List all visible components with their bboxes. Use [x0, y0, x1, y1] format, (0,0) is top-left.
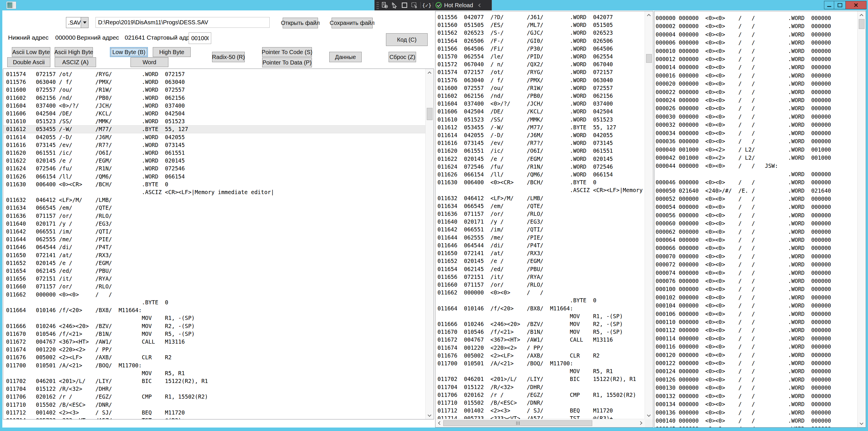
data-row-line[interactable]: 011656 072151 /it/ /RYA/	[435, 273, 645, 281]
word-button[interactable]: Word	[130, 57, 168, 67]
data-row-line[interactable]: 000020 000000 <0><0> / / .WORD 000000	[654, 80, 858, 88]
data-row-line[interactable]: 011674 001220 <220><2> / PP/	[435, 344, 645, 352]
data-row-line[interactable]: 011556 042077 /?D/ /J61/ .WORD 042077	[435, 13, 645, 21]
reset-button[interactable]: Сброс (Z)	[389, 52, 416, 62]
pointer-to-code-button[interactable]: Pointer To Code (S)	[262, 47, 312, 57]
data-row-line[interactable]: 011614 042055 /-D/ /J6M/ .WORD 042055	[3, 133, 426, 141]
data-row-line[interactable]: 000116 000000 <0><0> / / .WORD 000000	[654, 342, 858, 350]
data-row-line[interactable]: 000014 000000 <0><0> / / .WORD 000000	[654, 63, 858, 71]
data-row-line[interactable]: 011642 066551 /im/ /QTI/	[3, 228, 426, 236]
data-row-line[interactable]: 000044 000000 <0><0> / / JSW:	[654, 162, 858, 170]
data-row-line[interactable]: 011652 020145 /e / /EGM/	[435, 257, 645, 265]
scrollbar-thumb[interactable]	[646, 54, 652, 63]
data-row-line[interactable]: 011712 001402 <2><3> / SJ/ BEQ M11720	[3, 409, 426, 417]
toolbar-grip-icon[interactable]	[376, 1, 379, 9]
data-row-line[interactable]: 011606 042504 /DE/ /KCL/ .WORD 042504	[435, 107, 645, 115]
data-row-line[interactable]: 000102 000000 <0><0> / / .WORD 000000	[654, 293, 858, 301]
data-row-line[interactable]: 011700 010501 /A/<21> /BOQ/ M11700:	[435, 360, 645, 367]
data-row-line[interactable]: 000000 000000 <0><0> / / .WORD 000000	[654, 14, 858, 22]
frame-box-icon[interactable]	[401, 1, 408, 9]
data-row-line[interactable]: 011602 062156 /nd/ /PB0/ .WORD 062156	[3, 94, 426, 102]
data-row-line[interactable]: 011614 042055 /-D/ /J6M/ .WORD 042055	[435, 131, 645, 139]
left-vertical-scrollbar[interactable]	[425, 69, 434, 419]
data-row-line[interactable]: 000032 000000 <0><0> / / .WORD 000000	[654, 121, 858, 129]
data-row-line[interactable]: 000036 000000 <0><0> / / .WORD 000000	[654, 137, 858, 145]
ascii-high-byte-button[interactable]: Ascii High Byte	[55, 47, 93, 57]
middle-vertical-scrollbar[interactable]	[645, 11, 653, 419]
asciz-button[interactable]: ASCIZ (A)	[55, 57, 96, 67]
data-row-line[interactable]: 000024 000000 <0><0> / / .WORD 000000	[654, 96, 858, 104]
data-row-line[interactable]: 011650 072141 /at/ /RX3/	[435, 249, 645, 257]
data-row-line[interactable]: 000046 000000 <0><0> / / .WORD 000000	[654, 178, 858, 186]
middle-horizontal-scrollbar[interactable]	[435, 419, 645, 427]
scrollbar-thumb[interactable]	[859, 19, 865, 29]
ascii-low-byte-button[interactable]: Ascii Low Byte	[12, 47, 50, 57]
data-row-line[interactable]: 011632 046412 <LF>/M/ /LMB/	[435, 194, 645, 202]
data-row-line[interactable]: 011676 005002 <2><LF> /AXB/ CLR R2	[435, 352, 645, 360]
collapse-chevron-icon[interactable]	[478, 3, 482, 7]
data-row-line[interactable]: 000002 000000 <0><0> / / .WORD 000000	[654, 22, 858, 30]
data-row-line[interactable]: 011604 037400 <0>/?/ /JCH/ .WORD 037400	[435, 100, 645, 107]
data-row-line[interactable]: 011626 066154 /ll/ /QM6/ .WORD 066154	[435, 171, 645, 179]
data-row-line[interactable]: MOV R1, -(SP)	[3, 314, 426, 322]
data-row-line[interactable]: 011634 066545 /em/ /QTE/	[435, 202, 645, 210]
data-row-line[interactable]: 000010 000000 <0><0> / / .WORD 000000	[654, 47, 858, 55]
data-row-line[interactable]: 000006 000000 <0><0> / / .WORD 000000	[654, 38, 858, 47]
data-row-line[interactable]: 000130 000000 <0><0> / / .WORD 000000	[654, 383, 858, 392]
data-row-line[interactable]: 000054 000000 <0><0> / / .WORD 000000	[654, 203, 858, 211]
data-row-line[interactable]: 011612 053455 /-W/ /M77/ .BYTE 55, 127	[435, 124, 645, 131]
data-row-line[interactable]: 011704 015122 /R/<32> /DHR/	[3, 385, 426, 393]
data-row-line[interactable]: 011702 046201 <201>/L/ /LIY/ BIC 15122(R…	[435, 375, 645, 383]
save-file-button[interactable]: Сохранить файл	[332, 18, 373, 28]
data-row-line[interactable]: 011604 037400 <0>/?/ /JCH/ .WORD 037400	[3, 102, 426, 110]
data-row-line[interactable]: 011644 062555 /me/ /PIE/	[435, 234, 645, 242]
data-row-line[interactable]: 011706 020162 /r / /EGZ/ CMP R1, 15502(R…	[3, 393, 426, 401]
data-row-line[interactable]: 011652 020145 /e / /EGM/	[3, 259, 426, 267]
data-row-line[interactable]: 011712 001402 <2><3> / SJ/ BEQ M11720	[435, 407, 645, 414]
data-row-line[interactable]: 011636 071157 /or/ /RLO/	[435, 210, 645, 218]
data-row-line[interactable]: 011574 072157 /ot/ /RYG/ .WORD 072157	[3, 70, 426, 78]
data-row-line[interactable]: 011642 066551 /im/ /QTI/	[435, 226, 645, 234]
data-row-line[interactable]: 011650 072141 /at/ /RX3/	[3, 251, 426, 259]
data-row-line[interactable]: 011646 064544 /di/ /P4T/	[3, 243, 426, 251]
data-row-line[interactable]: 000064 000000 <0><0> / / .WORD 000000	[654, 236, 858, 244]
data-row-line[interactable]: 011704 015122 /R/<32> /DHR/	[435, 383, 645, 391]
radix50-button[interactable]: Radix-50 (R)	[212, 52, 245, 62]
scroll-down-button[interactable]	[645, 411, 653, 419]
data-row-line[interactable]: 011606 042504 /DE/ /KCL/ .WORD 042504	[3, 110, 426, 118]
scroll-up-button[interactable]	[426, 69, 433, 76]
dropdown-button[interactable]	[81, 18, 88, 28]
data-row-line[interactable]: 011624 072546 /fu/ /R1N/ .WORD 072546	[435, 163, 645, 171]
data-row-line[interactable]: 000052 000000 <0><0> / / .WORD 000000	[654, 195, 858, 203]
select-frame-icon[interactable]	[410, 1, 418, 9]
data-row-line[interactable]: MOV R1, -(SP)	[435, 312, 645, 320]
data-row-line[interactable]: 011610 051523 /SS/ /MMK/ .WORD 051523	[3, 118, 426, 125]
data-row-line[interactable]: 000012 000000 <0><0> / / .WORD 000000	[654, 55, 858, 63]
data-row-line[interactable]: 000026 000000 <0><0> / / .WORD 000000	[654, 104, 858, 112]
data-row-line[interactable]: 000132 000000 <0><0> / / .WORD 000000	[654, 392, 858, 400]
minimize-button[interactable]	[824, 1, 834, 9]
data-row-line[interactable]: 011714 005733 <333><VT> /A5Z/ TST @(R3)+	[435, 414, 645, 419]
data-row-line[interactable]: MOV R5, R1	[435, 367, 645, 375]
data-row-line[interactable]: 000034 000000 <0><0> / / .WORD 000000	[654, 129, 858, 137]
maximize-button[interactable]	[834, 1, 845, 9]
data-row-line[interactable]: 011710 015502 /B/<ESC> /DNR/	[435, 399, 645, 407]
data-row-line[interactable]: 000140 000000 <0><0> / / .WORD 000000	[654, 417, 858, 425]
data-row-line[interactable]: .BYTE 0	[435, 297, 645, 304]
data-row-line[interactable]: 011670 010546 /f/<21> /B1N/ MOV R5, -(SP…	[435, 328, 645, 336]
right-vertical-scrollbar[interactable]	[857, 11, 866, 427]
data-row-line[interactable]: 011666 010246 <246><20> /BZV/ MOV R2, -(…	[3, 322, 426, 330]
data-row-line[interactable]: 000040 001000 <0><2> / L2/ .WORD 001000	[654, 146, 858, 154]
data-row-line[interactable]: 011630 006400 <0><CR> /BCH/ .BYTE 0	[3, 181, 426, 188]
data-row-line[interactable]: 011672 004767 <367><HT> /AW1/ CALL M1311…	[3, 338, 426, 346]
data-row-line[interactable]: 000076 000000 <0><0> / / .WORD 000000	[654, 277, 858, 285]
data-row-line[interactable]: 000030 000000 <0><0> / / .WORD 000000	[654, 113, 858, 121]
scroll-right-button[interactable]	[637, 419, 645, 427]
data-row-line[interactable]: 011654 062145 /ed/ /PBU/	[435, 265, 645, 273]
select-pointer-icon[interactable]	[391, 1, 398, 9]
data-row-line[interactable]: 000114 000000 <0><0> / / .WORD 000000	[654, 334, 858, 342]
scrollbar-thumb[interactable]	[443, 420, 592, 426]
data-row-line[interactable]: 011700 010501 /A/<21> /BOQ/ M11700:	[3, 362, 426, 369]
high-byte-button[interactable]: High Byte	[153, 47, 191, 57]
code-button[interactable]: Код (C)	[386, 33, 428, 46]
